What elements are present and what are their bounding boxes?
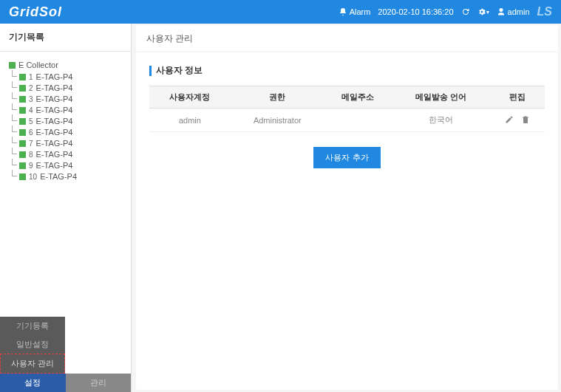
nav-device-reg[interactable]: 기기등록 bbox=[0, 317, 65, 335]
tree-item-num: 4 bbox=[29, 106, 33, 114]
top-header: GridSol Alarm 2020-02-10 16:36:20 ▾ admi… bbox=[0, 0, 561, 24]
tree-item[interactable]: 5E-TAG-P4 bbox=[9, 117, 125, 125]
user-table: 사용자계정 권한 메일주소 메일발송 언어 편집 adminAdministra… bbox=[149, 86, 545, 132]
table-row: adminAdministrator한국어 bbox=[149, 109, 545, 132]
content-area: 사용자 관리 사용자 정보 사용자계정 권한 메일주소 메일발송 언어 편집 a… bbox=[132, 24, 561, 392]
tree-item-label: E-TAG-P4 bbox=[36, 139, 73, 148]
tree-item[interactable]: 3E-TAG-P4 bbox=[9, 94, 125, 103]
tree-item-num: 1 bbox=[29, 73, 33, 81]
main-layout: 기기목록 E Collector 1E-TAG-P42E-TAG-P43E-TA… bbox=[0, 24, 561, 392]
settings-button[interactable]: ▾ bbox=[477, 7, 489, 16]
tree-item-num: 7 bbox=[29, 140, 33, 148]
status-indicator bbox=[19, 129, 26, 136]
col-account: 사용자계정 bbox=[149, 86, 231, 109]
status-indicator bbox=[19, 162, 26, 169]
tree-item-label: E-TAG-P4 bbox=[36, 106, 73, 114]
user-menu[interactable]: admin bbox=[497, 7, 530, 16]
col-lang: 메일발송 언어 bbox=[391, 86, 490, 109]
tree-item[interactable]: 7E-TAG-P4 bbox=[9, 139, 125, 148]
nav-user-mgmt[interactable]: 사용자 관리 bbox=[0, 354, 65, 374]
status-indicator bbox=[19, 173, 26, 180]
nav-general[interactable]: 일반설정 bbox=[0, 335, 65, 354]
tree-item[interactable]: 1E-TAG-P4 bbox=[9, 72, 125, 81]
tree-item-label: E-TAG-P4 bbox=[36, 128, 73, 137]
status-indicator bbox=[19, 151, 26, 158]
logo: GridSol bbox=[9, 4, 62, 20]
section-title: 사용자 정보 bbox=[156, 64, 203, 77]
col-role: 권한 bbox=[231, 86, 324, 109]
content-body: 사용자 정보 사용자계정 권한 메일주소 메일발송 언어 편집 adminAdm… bbox=[136, 52, 558, 390]
cell-email bbox=[324, 109, 392, 132]
tree-item[interactable]: 2E-TAG-P4 bbox=[9, 83, 125, 92]
status-indicator bbox=[9, 62, 16, 69]
tree-item-num: 2 bbox=[29, 84, 33, 92]
datetime-label: 2020-02-10 16:36:20 bbox=[378, 7, 453, 16]
col-edit: 편집 bbox=[491, 86, 545, 109]
tree-item[interactable]: 8E-TAG-P4 bbox=[9, 150, 125, 159]
section-header: 사용자 정보 bbox=[149, 64, 545, 77]
alarm-label: Alarm bbox=[350, 7, 371, 16]
tree-item-num: 6 bbox=[29, 128, 33, 137]
col-email: 메일주소 bbox=[324, 86, 392, 109]
cell-lang: 한국어 bbox=[391, 109, 490, 132]
brand-logo: LS bbox=[537, 5, 552, 18]
tree-item[interactable]: 9E-TAG-P4 bbox=[9, 161, 125, 170]
tree-item[interactable]: 4E-TAG-P4 bbox=[9, 106, 125, 114]
pencil-icon bbox=[505, 115, 514, 124]
nav-settings[interactable]: 설정 bbox=[0, 374, 66, 392]
tree-item-label: E-TAG-P4 bbox=[36, 161, 73, 170]
sidebar-title: 기기목록 bbox=[0, 24, 131, 52]
delete-button[interactable] bbox=[521, 115, 530, 125]
tree-item[interactable]: 10E-TAG-P4 bbox=[9, 172, 125, 181]
trash-icon bbox=[521, 115, 530, 124]
bottom-nav: 기기등록 일반설정 사용자 관리 설정 관리 bbox=[0, 317, 131, 392]
table-header-row: 사용자계정 권한 메일주소 메일발송 언어 편집 bbox=[149, 86, 545, 109]
gear-icon bbox=[477, 7, 486, 16]
status-indicator bbox=[19, 74, 26, 80]
tree-item-num: 3 bbox=[29, 95, 33, 103]
username-label: admin bbox=[508, 7, 530, 16]
status-indicator bbox=[19, 85, 26, 92]
tree-item-num: 5 bbox=[29, 117, 33, 125]
tree-item-label: E-TAG-P4 bbox=[36, 117, 73, 125]
section-bar bbox=[149, 66, 152, 76]
nav-manage[interactable]: 관리 bbox=[66, 374, 132, 392]
tree-item-label: E-TAG-P4 bbox=[36, 94, 73, 103]
tree-item-label: E-TAG-P4 bbox=[40, 172, 77, 181]
tree-root-label: E Collector bbox=[18, 61, 58, 69]
tree-item-label: E-TAG-P4 bbox=[36, 83, 73, 92]
refresh-icon bbox=[461, 7, 470, 16]
cell-role: Administrator bbox=[231, 109, 324, 132]
tree-item-label: E-TAG-P4 bbox=[36, 150, 73, 159]
page-title: 사용자 관리 bbox=[136, 25, 558, 51]
tree-item[interactable]: 6E-TAG-P4 bbox=[9, 128, 125, 137]
tree-root[interactable]: E Collector bbox=[9, 61, 125, 69]
alarm-button[interactable]: Alarm bbox=[339, 7, 371, 16]
header-right: Alarm 2020-02-10 16:36:20 ▾ admin LS bbox=[339, 5, 552, 18]
status-indicator bbox=[19, 118, 26, 125]
sidebar: 기기목록 E Collector 1E-TAG-P42E-TAG-P43E-TA… bbox=[0, 24, 132, 392]
edit-button[interactable] bbox=[505, 115, 514, 125]
add-button-wrap: 사용자 추가 bbox=[149, 147, 545, 168]
bell-icon bbox=[339, 7, 347, 16]
tree-item-label: E-TAG-P4 bbox=[36, 72, 73, 81]
add-user-button[interactable]: 사용자 추가 bbox=[313, 147, 380, 168]
status-indicator bbox=[19, 96, 26, 103]
refresh-button[interactable] bbox=[461, 7, 470, 16]
cell-actions bbox=[491, 109, 545, 132]
status-indicator bbox=[19, 107, 26, 114]
cell-account: admin bbox=[149, 109, 231, 132]
status-indicator bbox=[19, 140, 26, 147]
tree-item-num: 9 bbox=[29, 162, 33, 170]
tree-item-num: 10 bbox=[29, 173, 37, 181]
user-icon bbox=[497, 7, 506, 16]
tree-item-num: 8 bbox=[29, 151, 33, 159]
